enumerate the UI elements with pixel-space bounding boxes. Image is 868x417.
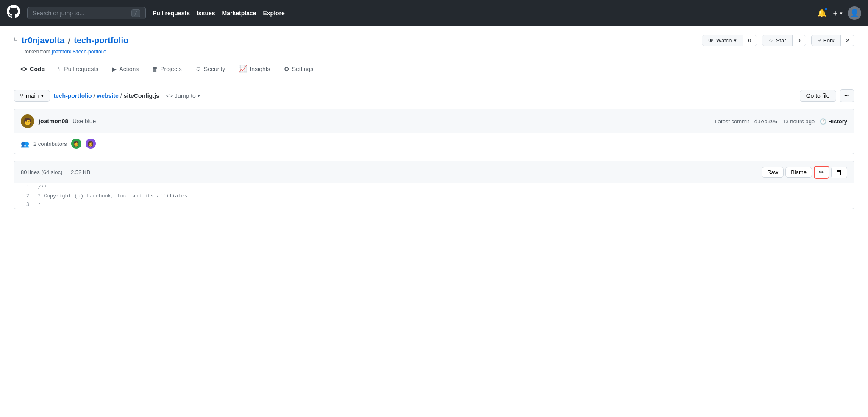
user-avatar-menu[interactable]: 👤 — [848, 6, 861, 20]
pull-request-icon: ⑂ — [58, 66, 61, 72]
trash-icon: 🗑 — [836, 169, 843, 176]
commit-left: 🧑 joatmon08 Use blue — [21, 114, 96, 128]
breadcrumb-folder-link[interactable]: website — [97, 92, 118, 99]
commit-author-name[interactable]: joatmon08 — [39, 118, 68, 125]
search-bar[interactable]: Search or jump to... / — [27, 7, 146, 19]
latest-commit-label: Latest commit — [715, 118, 749, 125]
watch-button[interactable]: 👁 Watch ▾ — [702, 35, 743, 46]
tab-insights[interactable]: 📈 Insights — [232, 60, 277, 79]
tab-settings[interactable]: ⚙ Settings — [277, 61, 320, 78]
content-area: ⑂ tr0njavolta / tech-portfolio 👁 Watch ▾… — [0, 26, 868, 417]
contributor-2-icon: 👩 — [87, 141, 94, 147]
contributor-avatar-1[interactable]: 👩 — [71, 139, 81, 149]
repo-separator: / — [68, 35, 70, 46]
line-number-3: 3 — [21, 200, 38, 209]
tab-code[interactable]: <> Code — [14, 61, 51, 78]
tab-projects-label: Projects — [160, 66, 182, 72]
branch-icon: ⑂ — [20, 92, 23, 99]
go-to-file-button[interactable]: Go to file — [800, 90, 836, 102]
chevron-down-icon: ▾ — [840, 11, 843, 16]
fork-count[interactable]: 2 — [840, 35, 854, 46]
forked-from-link[interactable]: joatmon08/tech-portfolio — [52, 49, 106, 55]
contributor-avatar-2[interactable]: 👩 — [86, 139, 96, 149]
edit-file-button[interactable]: ✏ — [814, 166, 829, 179]
history-icon: 🕐 — [820, 118, 826, 125]
security-icon: 🛡 — [195, 66, 201, 72]
forked-from: forked from joatmon08/tech-portfolio — [14, 49, 854, 55]
file-size: 2.52 KB — [71, 169, 90, 175]
breadcrumb-left: ⑂ main ▾ tech-portfolio / website / site… — [14, 90, 203, 102]
watch-count[interactable]: 0 — [743, 35, 756, 46]
tab-actions[interactable]: ▶ Actions — [105, 61, 145, 78]
file-content: 1 /** 2 * Copyright (c) Facebook, Inc. a… — [14, 183, 854, 209]
repo-owner-link[interactable]: tr0njavolta — [22, 36, 64, 45]
tab-security[interactable]: 🛡 Security — [189, 61, 232, 78]
commit-hash[interactable]: d3eb396 — [754, 118, 778, 125]
line-code-1: /** — [38, 183, 47, 192]
nav-links: Pull requests Issues Marketplace Explore — [153, 10, 285, 17]
commit-time: 13 hours ago — [782, 118, 815, 125]
star-label: Star — [776, 37, 786, 44]
nav-pull-requests[interactable]: Pull requests — [153, 10, 190, 17]
create-menu-button[interactable]: ＋ ▾ — [832, 8, 843, 18]
breadcrumb-repo-link[interactable]: tech-portfolio — [53, 92, 92, 99]
line-number-1: 1 — [21, 183, 38, 192]
delete-file-button[interactable]: 🗑 — [831, 167, 847, 178]
code-jump-icon: <> — [166, 92, 173, 99]
star-group: ☆ Star 0 — [762, 35, 806, 46]
breadcrumb-path: tech-portfolio / website / siteConfig.js — [53, 92, 159, 99]
notifications-bell[interactable]: 🔔 — [817, 8, 826, 18]
repo-name-link[interactable]: tech-portfolio — [74, 36, 128, 45]
code-line-3: 3 * — [14, 200, 854, 209]
watch-chevron-icon: ▾ — [734, 38, 737, 43]
more-options-button[interactable]: ··· — [840, 89, 854, 102]
line-number-2: 2 — [21, 192, 38, 200]
repo-tabs: <> Code ⑂ Pull requests ▶ Actions ▦ Proj… — [14, 60, 854, 79]
history-link[interactable]: 🕐 History — [820, 118, 847, 125]
tab-security-label: Security — [204, 66, 225, 72]
insights-icon: 📈 — [239, 65, 247, 73]
nav-issues[interactable]: Issues — [197, 10, 215, 17]
tab-projects[interactable]: ▦ Projects — [145, 61, 189, 78]
star-button[interactable]: ☆ Star — [762, 35, 792, 46]
file-meta: 80 lines (64 sloc) 2.52 KB — [21, 169, 97, 175]
line-code-2: * Copyright (c) Facebook, Inc. and its a… — [38, 192, 190, 200]
jump-to-label: Jump to — [175, 92, 196, 99]
actions-icon: ▶ — [112, 66, 117, 72]
github-logo[interactable] — [7, 5, 20, 22]
jump-to-button[interactable]: <> Jump to ▾ — [163, 91, 203, 101]
line-code-3: * — [38, 200, 41, 209]
commit-author-avatar[interactable]: 🧑 — [21, 114, 34, 128]
star-count[interactable]: 0 — [792, 35, 806, 46]
plus-icon: ＋ — [832, 8, 839, 18]
tab-settings-label: Settings — [292, 66, 314, 72]
commit-right: Latest commit d3eb396 13 hours ago 🕐 His… — [715, 118, 847, 125]
branch-chevron-icon: ▾ — [41, 93, 44, 99]
file-lines: 80 lines (64 sloc) — [21, 169, 62, 175]
repo-fork-icon: ⑂ — [14, 36, 18, 45]
breadcrumb-sep-2: / — [120, 92, 122, 99]
tab-pull-requests-label: Pull requests — [64, 66, 98, 72]
projects-icon: ▦ — [152, 66, 158, 72]
navbar: Search or jump to... / Pull requests Iss… — [0, 0, 868, 26]
tab-pull-requests[interactable]: ⑂ Pull requests — [51, 61, 105, 78]
code-line-2: 2 * Copyright (c) Facebook, Inc. and its… — [14, 192, 854, 200]
commit-row: 🧑 joatmon08 Use blue Latest commit d3eb3… — [14, 109, 854, 133]
branch-selector[interactable]: ⑂ main ▾ — [14, 90, 50, 102]
nav-marketplace[interactable]: Marketplace — [222, 10, 256, 17]
breadcrumb-file: siteConfig.js — [124, 92, 159, 99]
blame-button[interactable]: Blame — [785, 167, 812, 178]
main-content: ⑂ main ▾ tech-portfolio / website / site… — [0, 79, 868, 220]
watch-label: Watch — [716, 37, 732, 44]
search-placeholder: Search or jump to... — [33, 10, 84, 17]
contributors-icon: 👥 — [21, 140, 29, 148]
raw-button[interactable]: Raw — [762, 167, 784, 178]
branch-name: main — [26, 92, 39, 99]
commit-message: Use blue — [72, 118, 96, 125]
nav-explore[interactable]: Explore — [263, 10, 284, 17]
repo-title: ⑂ tr0njavolta / tech-portfolio — [14, 35, 128, 46]
fork-button[interactable]: ⑂ Fork — [812, 35, 840, 46]
contributor-1-icon: 👩 — [73, 141, 79, 147]
tab-insights-label: Insights — [250, 66, 270, 72]
ellipsis-icon: ··· — [844, 92, 850, 99]
